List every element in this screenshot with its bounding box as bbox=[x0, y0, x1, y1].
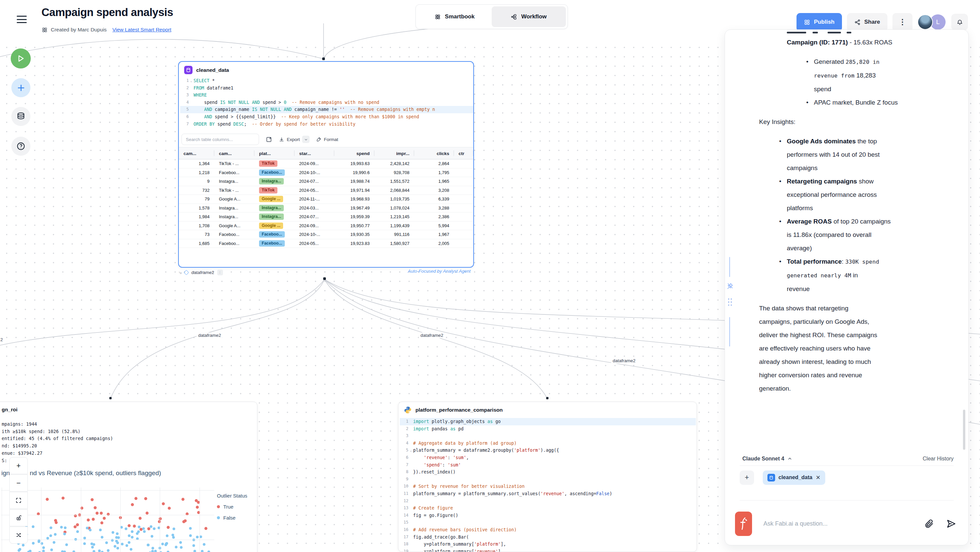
zoom-in-button[interactable]: + bbox=[10, 457, 28, 474]
column-header[interactable]: ctr bbox=[454, 147, 473, 159]
table-cell: 2024-11-... bbox=[294, 195, 334, 204]
attachment-icon[interactable] bbox=[924, 519, 935, 529]
context-chip-cleaned-data[interactable]: cleaned_data ✕ bbox=[763, 471, 825, 485]
table-row[interactable]: 1,708Google A...Google ...2024-09...19,9… bbox=[179, 221, 473, 231]
page-title[interactable]: Campaign spend analysis bbox=[41, 6, 173, 19]
view-smart-report-link[interactable]: View Latest Smart Report bbox=[112, 27, 171, 33]
lock-axes-button[interactable] bbox=[10, 509, 28, 526]
format-button[interactable]: Format bbox=[316, 137, 338, 142]
column-header[interactable]: clicks bbox=[414, 147, 454, 159]
node-campaign-roi[interactable]: gn_roi mpaigns: 1944 ith ≥$10k spend: 10… bbox=[0, 402, 258, 552]
node-platform-performance-comparison[interactable]: platform_performance_comparison 1import … bbox=[398, 402, 697, 552]
python-editor[interactable]: 1import plotly.graph_objects as go2impor… bbox=[400, 418, 696, 552]
roi-input-handle[interactable] bbox=[109, 397, 111, 399]
shuffle-button[interactable] bbox=[10, 527, 28, 544]
notifications-button[interactable] bbox=[951, 14, 968, 30]
table-cell: Instagra... bbox=[255, 204, 294, 213]
table-cell: 2,068,844 bbox=[374, 186, 414, 195]
node-output-handle[interactable] bbox=[323, 277, 326, 280]
share-icon bbox=[854, 19, 861, 25]
table-cell bbox=[454, 169, 473, 177]
insight-bullet: Generated 285,820 inrevenue from 18,283s… bbox=[806, 55, 958, 96]
add-context-button[interactable]: + bbox=[740, 471, 754, 485]
tab-workflow[interactable]: Workflow bbox=[492, 6, 566, 27]
mode-toggle: Smartbook Workflow bbox=[415, 4, 568, 29]
table-cell: TikTok bbox=[255, 159, 294, 168]
more-options-button[interactable]: ⋮ bbox=[892, 13, 913, 32]
platform-input-handle[interactable] bbox=[546, 397, 549, 399]
node-cleaned-data[interactable]: cleaned_data 1⌄SELECT *2FROM dataframe13… bbox=[178, 61, 474, 268]
table-cell: 9 bbox=[179, 177, 214, 186]
model-selector[interactable]: Claude Sonnet 4 bbox=[742, 456, 792, 462]
table-cell: Google ... bbox=[255, 221, 294, 230]
share-button[interactable]: Share bbox=[847, 13, 888, 32]
table-row[interactable]: 1,364TikTok - ...TikTok2024-09...19,993.… bbox=[179, 159, 473, 169]
zoom-out-button[interactable]: − bbox=[10, 474, 28, 492]
scatter-plot[interactable] bbox=[1, 487, 214, 552]
run-workflow-button[interactable] bbox=[11, 48, 31, 68]
search-columns-input[interactable] bbox=[181, 134, 259, 145]
table-cell: TikTok bbox=[255, 186, 294, 195]
export-options-chevron[interactable] bbox=[302, 136, 310, 143]
scrollbar-thumb[interactable] bbox=[963, 410, 965, 450]
code-line: 13# Create figure bbox=[400, 504, 696, 512]
table-cell: 2,386 bbox=[414, 213, 454, 221]
table-row[interactable]: 1,578Instagra...Instagra...2024-03...19,… bbox=[179, 204, 473, 213]
table-row[interactable]: 79Google A...Google ...2024-11-...19,968… bbox=[179, 195, 473, 204]
data-sources-button[interactable] bbox=[11, 107, 30, 126]
ask-question-input[interactable] bbox=[764, 517, 913, 530]
table-cell: 1,219,145 bbox=[374, 213, 414, 221]
table-cell: 19,930.35 bbox=[334, 230, 374, 239]
remove-context-icon[interactable]: ✕ bbox=[816, 474, 820, 481]
send-icon[interactable] bbox=[946, 519, 956, 529]
pin-icon[interactable] bbox=[726, 282, 733, 290]
export-button[interactable]: Export bbox=[279, 136, 310, 143]
column-header[interactable]: cam... bbox=[179, 147, 214, 159]
code-line: 12 bbox=[400, 498, 696, 505]
menu-icon[interactable] bbox=[17, 16, 27, 24]
edge-label-dataframe2: dataframe2 bbox=[419, 332, 445, 338]
expand-table-icon[interactable] bbox=[266, 136, 272, 143]
plot-toolbar: + − bbox=[10, 457, 28, 544]
output-dataframe-chip[interactable]: ⤷ dataframe2 ⋮ bbox=[179, 269, 223, 276]
sql-editor[interactable]: 1⌄SELECT *2FROM dataframe13WHERE4 spend … bbox=[180, 77, 473, 128]
shuffle-icon bbox=[15, 532, 22, 538]
code-line: 18 y=platform_summary['platform'], bbox=[400, 541, 696, 548]
table-row[interactable]: 9Instagra...Instagra...2024-07...19,988.… bbox=[179, 177, 473, 186]
help-button[interactable] bbox=[11, 137, 30, 156]
code-line: 8}).reset_index() bbox=[400, 468, 696, 476]
table-row[interactable]: 1,685Faceboo...Faceboo...2024-05...19,92… bbox=[179, 239, 473, 248]
table-cell: 1,967 bbox=[414, 230, 454, 239]
table-cell: Instagra... bbox=[255, 177, 294, 186]
tab-smartbook[interactable]: Smartbook bbox=[417, 6, 492, 27]
table-cell bbox=[454, 221, 473, 230]
fullscreen-button[interactable] bbox=[10, 492, 28, 509]
drag-handle-icon[interactable] bbox=[726, 298, 733, 306]
column-header[interactable]: star... bbox=[294, 147, 334, 159]
column-header[interactable]: impr... bbox=[374, 147, 414, 159]
column-header[interactable]: plat... bbox=[255, 147, 294, 159]
avatar-photo[interactable] bbox=[918, 14, 933, 30]
platform-badge: Faceboo... bbox=[259, 240, 285, 247]
column-header[interactable]: cam... bbox=[214, 147, 255, 159]
result-table: cam...cam...plat...star...spendimpr...cl… bbox=[179, 147, 473, 248]
node-input-handle[interactable] bbox=[322, 57, 325, 60]
legend-item-true[interactable]: True bbox=[217, 504, 247, 509]
chip-menu-icon[interactable]: ⋮ bbox=[217, 270, 223, 275]
table-row[interactable]: 732TikTok - ...TikTok2024-05...19,971.94… bbox=[179, 186, 473, 195]
table-row[interactable]: 1,218Faceboo...Faceboo...2024-10-...19,9… bbox=[179, 169, 473, 177]
table-row[interactable]: 1,984Instagra...Instagra...2024-07...19,… bbox=[179, 213, 473, 221]
code-line: 1import plotly.graph_objects as go bbox=[400, 418, 696, 425]
return-arrow-icon: ⤷ bbox=[179, 269, 181, 275]
sql-node-icon bbox=[184, 66, 192, 74]
platform-badge: Faceboo... bbox=[259, 169, 285, 176]
add-node-button[interactable] bbox=[11, 78, 30, 97]
clear-history-button[interactable]: Clear History bbox=[923, 456, 954, 462]
legend-item-false[interactable]: False bbox=[217, 515, 247, 520]
column-header[interactable]: spend bbox=[334, 147, 374, 159]
avatar-group[interactable]: L bbox=[918, 14, 946, 30]
code-line: 16# Add revenue bars (positive direction… bbox=[400, 526, 696, 534]
table-cell: 19,959.39 bbox=[334, 213, 374, 221]
table-row[interactable]: 73Faceboo...Faceboo...2024-10-...19,930.… bbox=[179, 230, 473, 239]
publish-button[interactable]: Publish bbox=[797, 13, 842, 32]
